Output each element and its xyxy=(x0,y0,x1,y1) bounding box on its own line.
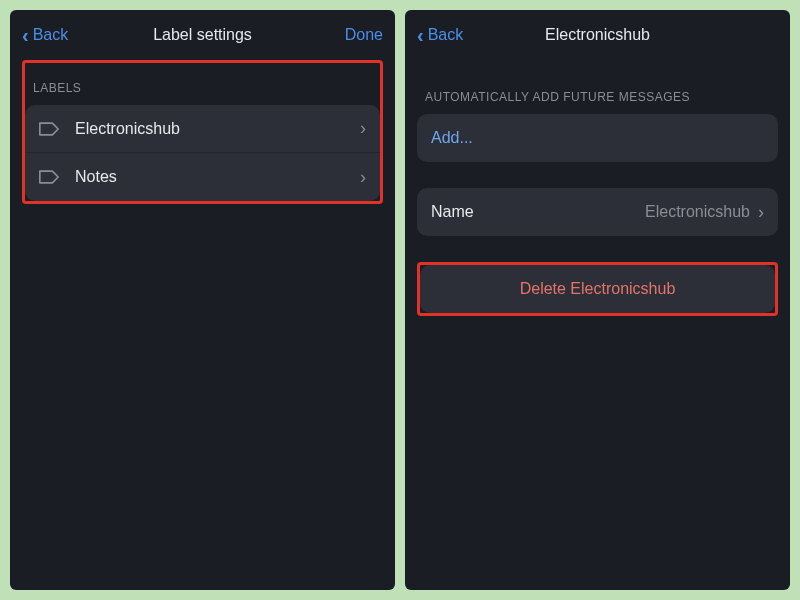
add-label: Add... xyxy=(431,129,764,147)
back-button[interactable]: ‹ Back xyxy=(22,24,68,47)
page-title: Electronicshub xyxy=(545,26,650,44)
name-row[interactable]: Name Electronicshub › xyxy=(417,188,778,236)
label-name: Notes xyxy=(75,168,360,186)
labels-highlight: Labels Electronicshub › Notes › xyxy=(22,60,383,204)
chevron-left-icon: ‹ xyxy=(417,24,424,47)
label-detail-screen: ‹ Back Electronicshub Automatically add … xyxy=(405,10,790,590)
chevron-right-icon: › xyxy=(360,118,366,139)
auto-add-group: Add... xyxy=(417,114,778,162)
name-group: Name Electronicshub › xyxy=(417,188,778,236)
delete-label-button[interactable]: Delete Electronicshub xyxy=(420,265,775,313)
spacer xyxy=(417,236,778,262)
label-settings-screen: ‹ Back Label settings Done Labels Electr… xyxy=(10,10,395,590)
done-button[interactable]: Done xyxy=(345,26,383,44)
name-field-label: Name xyxy=(431,203,645,221)
page-title: Label settings xyxy=(153,26,252,44)
labels-list: Electronicshub › Notes › xyxy=(25,105,380,201)
section-header-auto-add: Automatically add future messages xyxy=(417,60,778,114)
header: ‹ Back Electronicshub xyxy=(405,10,790,60)
chevron-left-icon: ‹ xyxy=(22,24,29,47)
header: ‹ Back Label settings Done xyxy=(10,10,395,60)
name-field-value: Electronicshub xyxy=(645,203,750,221)
label-row-electronicshub[interactable]: Electronicshub › xyxy=(25,105,380,153)
back-button[interactable]: ‹ Back xyxy=(417,24,463,47)
delete-label-text: Delete Electronicshub xyxy=(434,280,761,298)
back-label: Back xyxy=(428,26,464,44)
delete-group: Delete Electronicshub xyxy=(420,265,775,313)
delete-highlight: Delete Electronicshub xyxy=(417,262,778,316)
content: Labels Electronicshub › Notes › xyxy=(10,60,395,590)
label-row-notes[interactable]: Notes › xyxy=(25,153,380,201)
section-header-labels: Labels xyxy=(25,63,380,105)
spacer xyxy=(417,162,778,188)
label-icon xyxy=(39,169,59,185)
back-label: Back xyxy=(33,26,69,44)
content: Automatically add future messages Add...… xyxy=(405,60,790,590)
chevron-right-icon: › xyxy=(758,202,764,223)
add-filter-button[interactable]: Add... xyxy=(417,114,778,162)
label-name: Electronicshub xyxy=(75,120,360,138)
chevron-right-icon: › xyxy=(360,167,366,188)
label-icon xyxy=(39,121,59,137)
